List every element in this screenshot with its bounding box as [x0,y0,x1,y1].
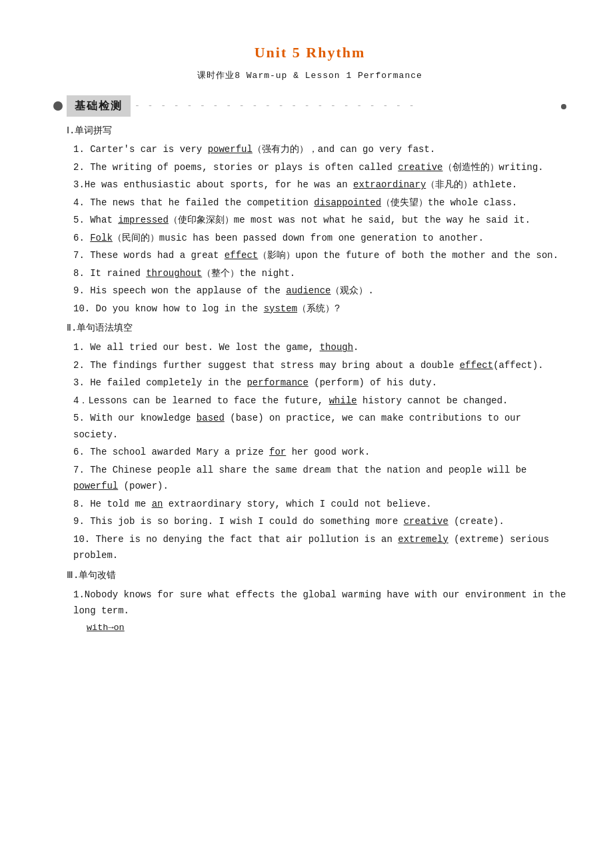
roman-heading-II: Ⅱ.单句语法填空 [67,321,566,337]
list-item: 8. He told me an extraordinary story, wh… [73,496,566,513]
list-item: 3.He was enthusiastic about sports, for … [73,177,566,193]
roman-heading-III: Ⅲ.单句改错 [67,568,566,584]
list-item: 6. The school awarded Mary a prize for h… [73,444,566,461]
section-dashes: - - - - - - - - - - - - - - - - - - - - … [135,99,548,113]
list-item: 10. Do you know how to log in the system… [73,301,566,317]
roman-heading-I: Ⅰ.单词拼写 [67,123,566,139]
list-item: 9. His speech won the applause of the au… [73,283,566,299]
list-item: 7. The Chinese people all share the same… [73,462,566,495]
list-item: 1. We all tried our best. We lost the ga… [73,339,566,356]
list-item: 5. With our knowledge based (base) on pr… [73,410,566,443]
list-item: 6. Folk（民间的）music has been passed down f… [73,230,566,247]
list-item: 4. The news that he failed the competiti… [73,195,566,211]
list-item: 9. This job is so boring. I wish I could… [73,513,566,530]
list-item: 5. What impressed（使印象深刻）me most was not … [73,212,566,229]
section-header: 基础检测 - - - - - - - - - - - - - - - - - -… [53,95,566,116]
list-item: 4．Lessons can be learned to face the fut… [73,393,566,409]
list-item: 1.Nobody knows for sure what effects the… [73,587,566,619]
subtitle: 课时作业8 Warm-up & Lesson 1 Performance [53,69,566,83]
list-item: 2. The writing of poems, stories or play… [73,159,566,176]
sub-dot [561,104,566,109]
list-item: 3. He failed completely in the performan… [73,375,566,391]
list-item: 2. The findings further suggest that str… [73,357,566,374]
list-item: 1. Carter's car is very powerful（强有力的），a… [73,141,566,158]
list-item: 8. It rained throughout（整个）the night. [73,265,566,282]
list-item: 10. There is no denying the fact that ai… [73,531,566,564]
list-item: 7. These words had a great effect（影响）upo… [73,247,566,264]
section-title-box: 基础检测 [67,95,131,116]
section-dot [53,101,63,111]
main-title: Unit 5 Rhythm [53,40,566,65]
correction-answer: with→on [87,621,566,636]
